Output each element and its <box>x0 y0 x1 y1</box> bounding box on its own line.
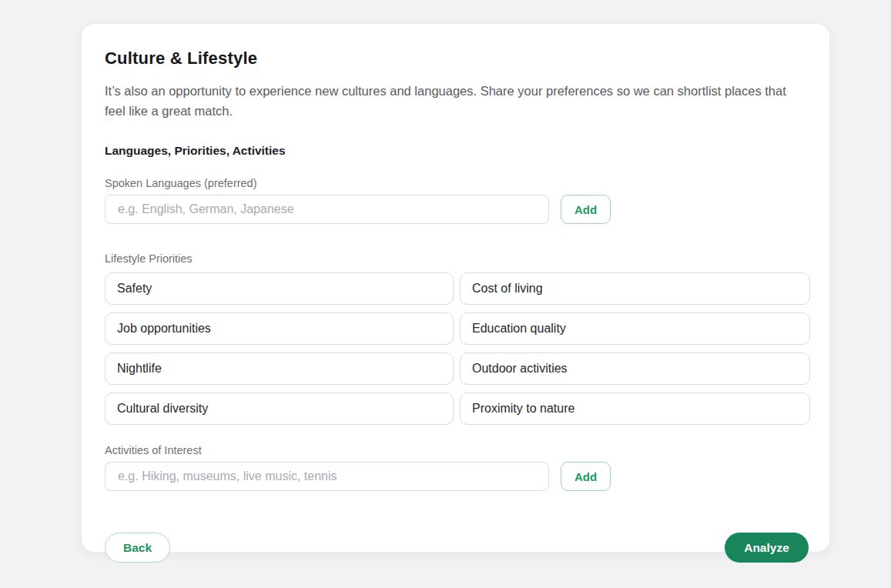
add-activity-button[interactable]: Add <box>561 462 611 491</box>
page-title: Culture & Lifestyle <box>105 48 809 68</box>
footer-actions: Back Analyze <box>105 533 809 563</box>
activities-input[interactable] <box>105 462 549 491</box>
priority-option-proximity-to-nature[interactable]: Proximity to nature <box>460 393 810 425</box>
culture-lifestyle-card: Culture & Lifestyle It’s also an opportu… <box>81 23 830 553</box>
priorities-grid: Safety Cost of living Job opportunities … <box>105 272 809 425</box>
spoken-languages-section: Spoken Languages (preferred) Add <box>105 177 809 224</box>
analyze-button[interactable]: Analyze <box>725 533 809 563</box>
add-language-button[interactable]: Add <box>561 195 611 224</box>
priority-option-cultural-diversity[interactable]: Cultural diversity <box>105 393 454 425</box>
activities-label: Activities of Interest <box>105 444 809 456</box>
priority-option-job-opportunities[interactable]: Job opportunities <box>105 312 454 345</box>
priority-option-nightlife[interactable]: Nightlife <box>105 352 454 385</box>
priority-option-safety[interactable]: Safety <box>105 272 454 305</box>
spoken-languages-label: Spoken Languages (preferred) <box>105 177 809 189</box>
priority-option-education-quality[interactable]: Education quality <box>460 312 810 345</box>
lifestyle-priorities-label: Lifestyle Priorities <box>105 252 809 265</box>
activities-section: Activities of Interest Add <box>105 444 809 491</box>
section-heading: Languages, Priorities, Activities <box>105 144 809 158</box>
back-button[interactable]: Back <box>105 533 170 563</box>
page-description: It’s also an opportunity to experience n… <box>105 81 802 121</box>
spoken-languages-input[interactable] <box>105 195 549 224</box>
priority-option-cost-of-living[interactable]: Cost of living <box>460 272 810 305</box>
priority-option-outdoor-activities[interactable]: Outdoor activities <box>460 352 810 385</box>
lifestyle-priorities-section: Lifestyle Priorities Safety Cost of livi… <box>105 252 809 425</box>
